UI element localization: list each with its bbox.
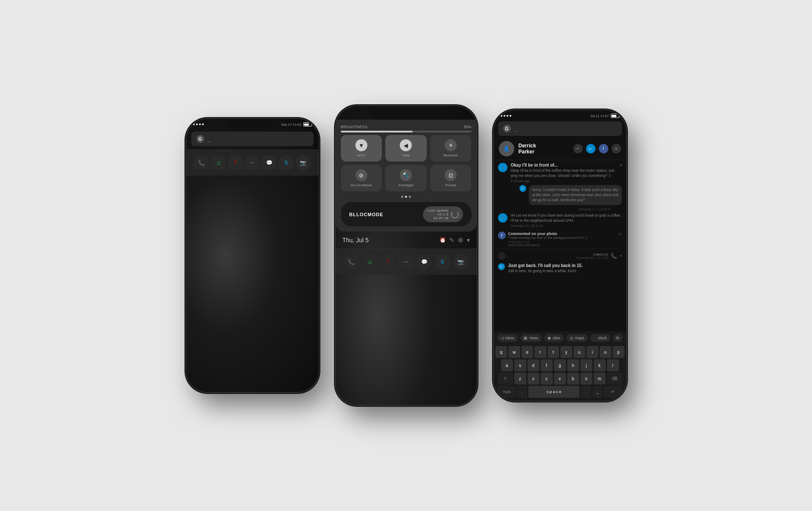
key-i[interactable]: i	[586, 346, 598, 358]
dot-page-2[interactable]	[405, 196, 407, 198]
msg-content-4: Just got back. I'll call you back in 15.…	[508, 263, 622, 274]
phone-1: Sep 17 11:01 G _ 📞 ♫ T ⋯	[186, 119, 319, 392]
key-f[interactable]: f	[541, 359, 553, 371]
key-n[interactable]: n	[580, 373, 592, 385]
news-label: news	[529, 336, 538, 340]
dock-skype-2[interactable]: S	[435, 254, 450, 270]
qs-tile-portrait[interactable]: ⊡ Portrait	[430, 165, 472, 191]
qs-tile-bluetooth[interactable]: ✳ Bluetooth	[430, 135, 472, 162]
msg-chevron-1[interactable]: ▾	[620, 163, 622, 167]
key-row-1: q w e r t y u i o p	[495, 346, 624, 358]
key-w[interactable]: w	[508, 346, 520, 358]
key-u[interactable]: u	[574, 346, 586, 358]
search-bar-3[interactable]: G _	[498, 121, 622, 136]
app-tb[interactable]: tb	[613, 334, 623, 342]
app-news[interactable]: ▦ news	[520, 334, 542, 342]
dock-apps[interactable]: ⋯	[244, 155, 260, 170]
key-period[interactable]: .	[581, 386, 591, 398]
qs-tile-flashlight[interactable]: 🔦 Flashlight	[385, 165, 427, 191]
key-comma[interactable]: ,	[517, 386, 527, 398]
dock-skype[interactable]: S	[278, 155, 294, 170]
expand-icon[interactable]: ▾	[467, 237, 470, 244]
action-add[interactable]: +	[573, 144, 583, 153]
settings-icon[interactable]: ⚙	[458, 237, 463, 244]
brightness-slider[interactable]	[341, 131, 472, 132]
bllocmode-label: BLLOCMODE	[349, 212, 384, 217]
dock-apps-2[interactable]: ⋯	[398, 254, 413, 270]
key-j[interactable]: j	[580, 359, 592, 371]
qs-tile-data[interactable]: ◀ Data	[385, 135, 427, 162]
key-x[interactable]: x	[528, 373, 539, 385]
key-r[interactable]: r	[534, 346, 546, 358]
call-expand[interactable]	[498, 252, 506, 260]
key-a[interactable]: a	[501, 359, 513, 371]
dot-3	[199, 123, 201, 125]
bluetooth-icon: ✳	[445, 139, 457, 151]
msg-avatar-4: ▷	[498, 263, 505, 270]
dock-spotify-2[interactable]: ♫	[362, 254, 377, 270]
flashlight-label: Flashlight	[399, 183, 413, 187]
app-uber[interactable]: ◉ uber	[544, 334, 564, 342]
call-time: Yesterday 09.7.18 14:12	[508, 256, 608, 259]
status-right: Sep 17 11:01	[281, 122, 312, 126]
key-space[interactable]: s p a c e	[528, 386, 580, 398]
message-2: Sorry, I couldn't make it today. It was …	[498, 185, 622, 206]
app-slack[interactable]: S slack	[590, 334, 610, 342]
key-underline: _	[592, 386, 603, 398]
qs-tile-dnd[interactable]: ⊘ Do not disturb	[341, 165, 382, 191]
call-chevron[interactable]: ▾	[620, 253, 622, 258]
dock-camera[interactable]: 📷	[296, 155, 311, 170]
key-v[interactable]: v	[554, 373, 566, 385]
wifi-label: Wi-Fi	[358, 153, 366, 157]
clock-icon: ⏰	[440, 237, 446, 243]
dock-tesla[interactable]: T	[228, 155, 243, 170]
action-note[interactable]: ≡	[612, 144, 621, 153]
notif-close-fb[interactable]: ✕	[619, 232, 622, 236]
search-bar[interactable]: G _	[191, 132, 314, 146]
dock-phone-2[interactable]: 📞	[344, 254, 359, 270]
app-inbox[interactable]: ◁ inbox	[497, 334, 518, 342]
dock-messages-2[interactable]: 💬	[416, 254, 432, 270]
key-h[interactable]: h	[567, 359, 579, 371]
dock-tesla-2[interactable]: T	[380, 254, 396, 270]
dot-page-1[interactable]	[401, 196, 403, 198]
dock-messages[interactable]: 💬	[261, 155, 277, 170]
dot-4	[202, 123, 204, 125]
key-p[interactable]: p	[613, 346, 624, 358]
action-facebook[interactable]: f	[599, 144, 608, 153]
dock-spotify[interactable]: ♫	[211, 155, 226, 170]
dock-camera-2[interactable]: 📷	[453, 254, 468, 270]
key-b[interactable]: b	[567, 373, 579, 385]
key-s[interactable]: s	[514, 359, 526, 371]
key-c[interactable]: c	[541, 373, 553, 385]
key-backspace[interactable]: ⌫	[607, 373, 622, 385]
bottom-dock: 📞 ♫ T ⋯ 💬 S 📷	[186, 150, 319, 176]
key-t[interactable]: t	[548, 346, 560, 358]
key-z[interactable]: z	[514, 373, 526, 385]
qs-tile-wifi[interactable]: ▼ Wi-Fi	[341, 135, 382, 162]
uber-label: uber	[553, 336, 560, 340]
key-enter[interactable]: ↵	[604, 386, 622, 398]
quick-settings-screen: BRIGHTNESS 55% ▼ Wi-Fi ◀ Data ✳	[336, 106, 477, 405]
key-shift[interactable]: ⇧	[498, 373, 513, 385]
key-l[interactable]: l	[607, 359, 619, 371]
key-123[interactable]: ?123	[498, 386, 516, 398]
message-1: ▷ Okay I'll be in front of... Okay I'll …	[498, 163, 622, 182]
key-q[interactable]: q	[495, 346, 507, 358]
app-maps[interactable]: ◎ maps	[566, 334, 588, 342]
key-o[interactable]: o	[600, 346, 612, 358]
dot-page-3[interactable]	[409, 196, 411, 198]
key-m[interactable]: m	[594, 373, 606, 385]
bllocmode-button[interactable]: BLLOCMODE Last updatev1.1.001.07.18	[341, 202, 472, 226]
edit-icon[interactable]: ✎	[449, 237, 454, 244]
key-g[interactable]: g	[554, 359, 566, 371]
dock-phone[interactable]: 📞	[193, 155, 209, 170]
sent-icon: ▷	[519, 185, 526, 192]
key-e[interactable]: e	[522, 346, 534, 358]
key-y[interactable]: y	[560, 346, 572, 358]
dnd-icon: ⊘	[355, 169, 367, 181]
key-k[interactable]: k	[594, 359, 606, 371]
dot-c	[507, 115, 508, 117]
key-d[interactable]: d	[528, 359, 539, 371]
action-telegram[interactable]: ▷	[586, 144, 595, 153]
